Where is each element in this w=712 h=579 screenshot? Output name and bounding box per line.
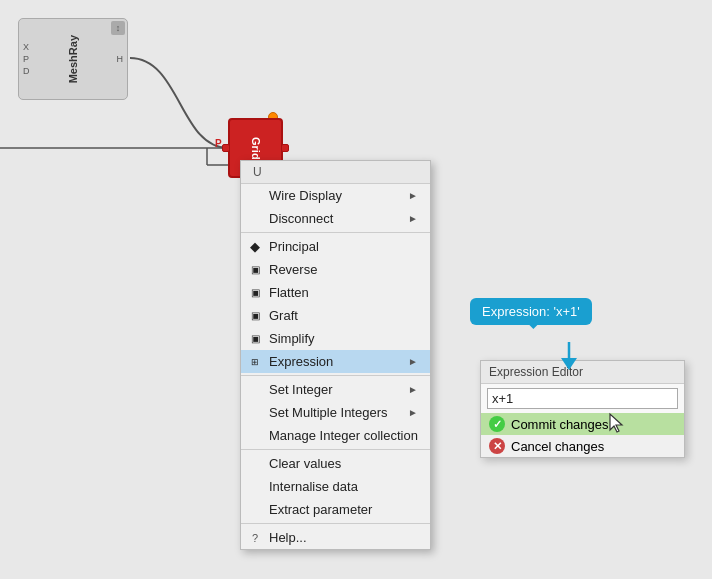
expression-editor-label: Expression Editor (489, 365, 583, 379)
separator-3 (241, 449, 430, 450)
help-label: Help... (269, 530, 418, 545)
grid-port-left (222, 144, 230, 152)
port-label-x: X (23, 42, 30, 52)
submenu-arrow: ► (408, 407, 418, 418)
principal-icon: ◆ (247, 239, 263, 255)
menu-item-reverse[interactable]: ▣ Reverse (241, 258, 430, 281)
commit-icon: ✓ (489, 416, 505, 432)
expression-input-row (481, 384, 684, 413)
context-menu: U Wire Display ► Disconnect ► ◆ Principa… (240, 160, 431, 550)
commit-label: Commit changes (511, 417, 609, 432)
separator-2 (241, 375, 430, 376)
expression-icon: ⊞ (247, 354, 263, 370)
flatten-icon: ▣ (247, 285, 263, 301)
expression-editor-header: Expression Editor (481, 361, 684, 384)
submenu-arrow: ► (408, 384, 418, 395)
meshray-label: MeshRay (67, 35, 79, 83)
simplify-label: Simplify (269, 331, 418, 346)
cancel-icon: ✕ (489, 438, 505, 454)
separator-1 (241, 232, 430, 233)
grid-port-right (281, 144, 289, 152)
menu-item-manage-integer[interactable]: Manage Integer collection (241, 424, 430, 447)
menu-item-flatten[interactable]: ▣ Flatten (241, 281, 430, 304)
menu-item-expression[interactable]: ⊞ Expression ► (241, 350, 430, 373)
menu-item-clear-values[interactable]: Clear values (241, 452, 430, 475)
reverse-icon: ▣ (247, 262, 263, 278)
expression-tooltip: Expression: 'x+1' (470, 298, 592, 325)
menu-item-simplify[interactable]: ▣ Simplify (241, 327, 430, 350)
help-icon: ? (247, 530, 263, 546)
submenu-arrow: ► (408, 190, 418, 201)
menu-header: U (241, 161, 430, 184)
cancel-changes-button[interactable]: ✕ Cancel changes (481, 435, 684, 457)
manage-integer-label: Manage Integer collection (269, 428, 418, 443)
submenu-arrow: ► (408, 356, 418, 367)
disconnect-label: Disconnect (269, 211, 408, 226)
set-integer-label: Set Integer (269, 382, 408, 397)
cancel-label: Cancel changes (511, 439, 604, 454)
simplify-icon: ▣ (247, 331, 263, 347)
menu-item-graft[interactable]: ▣ Graft (241, 304, 430, 327)
menu-item-set-multiple-integers[interactable]: Set Multiple Integers ► (241, 401, 430, 424)
expression-panel: Expression Editor ✓ Commit changes ✕ Can… (480, 360, 685, 458)
tooltip-text: Expression: 'x+1' (482, 304, 580, 319)
menu-item-set-integer[interactable]: Set Integer ► (241, 378, 430, 401)
menu-item-internalise[interactable]: Internalise data (241, 475, 430, 498)
expression-input[interactable] (487, 388, 678, 409)
expression-label: Expression (269, 354, 408, 369)
expand-button[interactable]: ↕ (111, 21, 125, 35)
meshray-node[interactable]: X P D MeshRay H ↕ (18, 18, 128, 100)
menu-item-help[interactable]: ? Help... (241, 526, 430, 549)
clear-values-label: Clear values (269, 456, 418, 471)
menu-item-disconnect[interactable]: Disconnect ► (241, 207, 430, 230)
port-label-d: D (23, 66, 30, 76)
reverse-label: Reverse (269, 262, 418, 277)
menu-item-wire-display[interactable]: Wire Display ► (241, 184, 430, 207)
commit-changes-button[interactable]: ✓ Commit changes (481, 413, 684, 435)
submenu-arrow: ► (408, 213, 418, 224)
port-label-h: H (117, 54, 124, 64)
grid-label: Grid (250, 137, 262, 160)
graft-icon: ▣ (247, 308, 263, 324)
flatten-label: Flatten (269, 285, 418, 300)
graft-label: Graft (269, 308, 418, 323)
set-multiple-integers-label: Set Multiple Integers (269, 405, 408, 420)
separator-4 (241, 523, 430, 524)
canvas: X P D MeshRay H ↕ Grid P U Wire Display … (0, 0, 712, 579)
port-label-p: P (23, 54, 30, 64)
extract-label: Extract parameter (269, 502, 418, 517)
menu-item-principal[interactable]: ◆ Principal (241, 235, 430, 258)
internalise-label: Internalise data (269, 479, 418, 494)
principal-label: Principal (269, 239, 418, 254)
wire-display-label: Wire Display (269, 188, 408, 203)
grid-port-p-label: P (215, 138, 222, 149)
menu-item-extract[interactable]: Extract parameter (241, 498, 430, 521)
